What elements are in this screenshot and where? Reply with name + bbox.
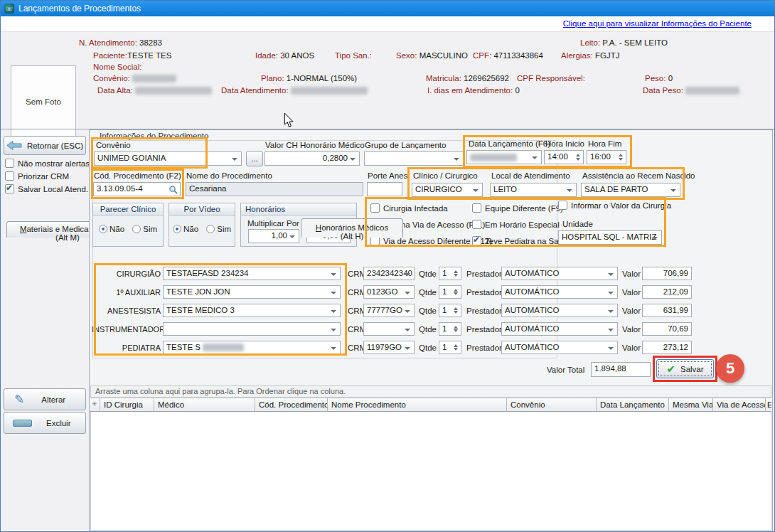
radio-parecer-sim[interactable] (132, 225, 141, 233)
valor-field[interactable]: 212,09 (642, 285, 692, 299)
column-truncated[interactable]: E (766, 398, 771, 412)
valor-field[interactable]: 273,12 (642, 341, 692, 354)
prestador-combobox[interactable]: AUTOMÁTICO (501, 341, 618, 354)
valor-field[interactable]: 70,69 (642, 322, 692, 336)
checkbox-label: Não mostrar alertas (18, 159, 90, 168)
search-icon[interactable] (169, 185, 178, 194)
convenio-combobox[interactable]: UNIMED GOIANIA (94, 151, 242, 166)
checkbox-box[interactable] (5, 159, 14, 168)
grid-groupby-bar[interactable]: Arraste uma coluna aqui para agrupa-la. … (90, 385, 771, 398)
hora-fim-spinner[interactable]: 16:00 (587, 150, 626, 164)
excluir-button[interactable]: Excluir (4, 412, 86, 434)
cod-procedimento-field[interactable]: 3.13.09.05-4 (93, 182, 181, 196)
qtde-spinner[interactable]: 1 (439, 285, 461, 299)
qtde-spinner[interactable]: 1 (439, 304, 461, 317)
por-video-title: Por Vídeo (169, 203, 235, 216)
radio-label: Não (109, 225, 124, 233)
checkbox-nao-mostrar-alertas[interactable]: Não mostrar alertas (5, 159, 90, 168)
qtde-spinner[interactable]: 1 (439, 341, 461, 354)
assistencia-label: Assistência ao Recem Nascido (582, 171, 695, 180)
local-atendimento-combobox[interactable]: LEITO (490, 183, 577, 197)
pencil-icon: ✎ (14, 392, 24, 407)
checkbox-box[interactable] (5, 171, 14, 181)
unidade-combobox[interactable]: HOSPITAL SQL - MATRIZ (558, 230, 662, 245)
radio-video-sim[interactable] (206, 225, 215, 233)
grid-indicator-column: ✳ (90, 398, 100, 412)
crm-field[interactable]: 0123GO (363, 285, 415, 299)
role-label: ANESTESISTA (92, 307, 161, 315)
hora-inicio-label: Hora Inicio (545, 139, 584, 148)
convenio-label: Convênio (96, 141, 131, 149)
tab-honorarios[interactable]: Honorários Médicos (Alt H) (301, 218, 403, 238)
column-medico[interactable]: Médico (154, 398, 255, 412)
checkbox-cirurgia-infectada[interactable]: Cirurgia Infectada (370, 203, 448, 213)
crm-field[interactable]: 11979GO (363, 341, 415, 354)
retornar-button[interactable]: Retornar (ESC) (4, 136, 86, 155)
prestador-combobox[interactable]: AUTOMÁTICO (501, 322, 618, 336)
radio-video-nao[interactable] (173, 225, 181, 233)
cpf: CPF: 47113343864 (473, 51, 543, 60)
alterar-button[interactable]: ✎ Alterar (4, 388, 86, 410)
valor-label: Valor (622, 288, 641, 297)
prestador-label: Prestador (466, 307, 502, 315)
grid-body[interactable] (90, 412, 771, 531)
valor-ch-field[interactable]: 0,2800 (264, 151, 360, 166)
valor-field[interactable]: 631,99 (642, 304, 692, 317)
porte-anes-field[interactable] (367, 182, 402, 196)
assistencia-combobox[interactable]: SALA DE PARTO (581, 183, 680, 197)
clinico-cirurgico-combobox[interactable]: CIRURGICO (412, 183, 483, 197)
column-data-lancamento[interactable]: Data Lançamento (597, 398, 669, 412)
checkbox-horario-especial[interactable]: Em Horário Especial (472, 220, 560, 229)
checkbox-informar-valor-cirurgia[interactable]: Informar o Valor da Cirurgia (558, 201, 671, 210)
alergias: Alergias: FGJTJ (561, 51, 619, 60)
more-options-button[interactable]: ... (246, 151, 263, 166)
auxiliar-combobox[interactable]: TESTE JON JON (163, 285, 341, 299)
data-peso: Data Peso: (643, 86, 739, 95)
alterar-label: Alterar (41, 395, 65, 404)
redacted-value (203, 344, 244, 351)
patient-header: Sem Foto N. Atendimento: 38283 Leito: P.… (1, 32, 775, 109)
crm-field[interactable]: 2342342340 (363, 267, 415, 280)
patient-info-link[interactable]: Clique aqui para visualizar Informações … (563, 19, 752, 28)
prestador-combobox[interactable]: AUTOMÁTICO (501, 304, 618, 317)
checkbox-equipe-diferente[interactable]: Equipe Diferente (F9) (472, 203, 563, 213)
checkbox-box[interactable] (5, 184, 14, 193)
pediatra-combobox[interactable]: TESTE S (163, 341, 341, 354)
qtde-spinner[interactable]: 1 (439, 267, 461, 280)
multiplicar-field[interactable]: 1,00 (248, 229, 299, 243)
nome-procedimento-label: Nome do Procedimento (186, 171, 272, 180)
column-convenio[interactable]: Convênio (507, 398, 597, 412)
valor-field[interactable]: 706,99 (642, 267, 692, 280)
cirurgiao-combobox[interactable]: TESTAEFASD 234234 (163, 267, 341, 280)
qtde-label: Qtde (419, 325, 437, 334)
hora-fim-label: Hora Fim (588, 139, 621, 148)
salvar-label: Salvar (680, 365, 704, 373)
crm-field[interactable] (363, 322, 415, 336)
instrumentador-combobox[interactable] (163, 322, 341, 336)
column-id-cirurgia[interactable]: ID Cirurgia (100, 398, 154, 412)
checkbox-priorizar-crm[interactable]: Priorizar CRM (5, 171, 69, 181)
mouse-cursor (284, 113, 294, 128)
honorarios-title: Honorários (241, 203, 356, 216)
grupo-lancamento-combobox[interactable] (364, 151, 464, 166)
column-mesma-via[interactable]: Mesma Via d (669, 398, 713, 412)
crm-field[interactable]: 77777GO (363, 304, 415, 317)
hora-inicio-spinner[interactable]: 14:00 (544, 150, 584, 164)
window-title: Lançamentos de Procedimentos (18, 4, 141, 14)
valor-ch-label: Valor CH Honorário Médico (265, 141, 365, 149)
anestesista-combobox[interactable]: TESTE MEDICO 3 (163, 304, 341, 317)
prestador-combobox[interactable]: AUTOMÁTICO (501, 267, 618, 280)
data-lancamento-field[interactable] (466, 150, 542, 164)
nome-procedimento-field: Cesariana (186, 182, 363, 196)
checkbox-teve-pediatra[interactable]: Teve Pediatra na Sala (472, 236, 565, 245)
radio-parecer-nao[interactable] (99, 225, 107, 233)
qtde-spinner[interactable]: 1 (439, 322, 461, 336)
checkbox-salvar-local-atend[interactable]: Salvar Local Atend. (5, 184, 88, 193)
column-cod-procedimento[interactable]: Cód. Procedimento (255, 398, 328, 412)
column-via-de-acesso[interactable]: Via de Acesso (713, 398, 766, 412)
prestador-combobox[interactable]: AUTOMÁTICO (501, 285, 618, 299)
local-atendimento-label: Local de Atendimento (491, 171, 570, 180)
redacted-value (135, 87, 212, 95)
column-nome-procedimento[interactable]: Nome Procedimento (328, 398, 507, 412)
salvar-button[interactable]: ✔ Salvar (656, 359, 714, 378)
